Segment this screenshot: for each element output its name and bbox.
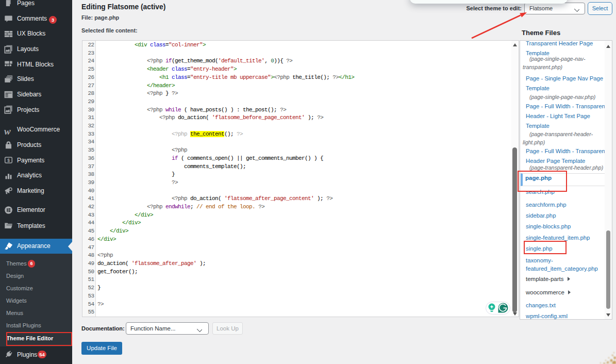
svg-text:$: $ — [7, 158, 10, 163]
